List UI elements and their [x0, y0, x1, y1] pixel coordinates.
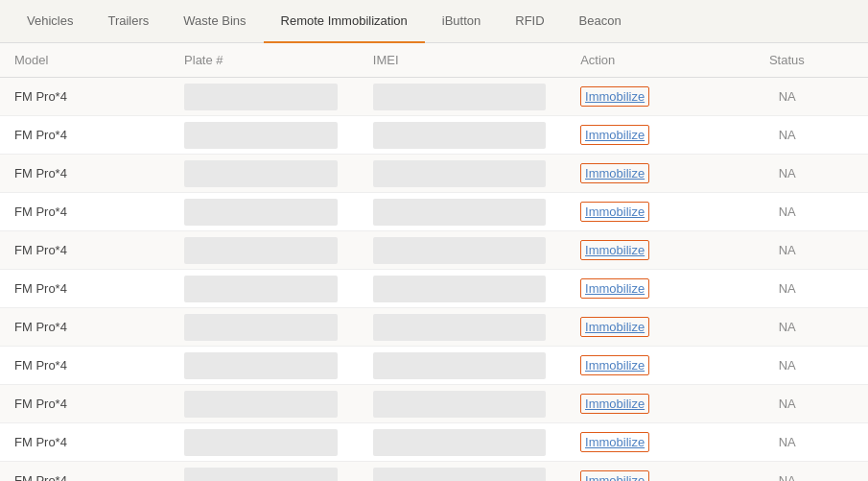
model-value: FM Pro*4: [14, 358, 67, 373]
nav-tabs: VehiclesTrailersWaste BinsRemote Immobil…: [0, 0, 868, 43]
status-value: NA: [779, 166, 796, 180]
table-row: FM Pro*4 Immobilize NA: [0, 308, 868, 347]
nav-tab-ibutton[interactable]: iButton: [425, 0, 498, 43]
model-value: FM Pro*4: [14, 320, 67, 334]
model-value: FM Pro*4: [14, 166, 67, 180]
table-row: FM Pro*4 Immobilize NA: [0, 193, 868, 231]
immobilize-button-wrapper: Immobilize: [580, 470, 649, 481]
nav-tab-beacon[interactable]: Beacon: [562, 0, 639, 43]
status-value: NA: [779, 204, 796, 219]
table-row: FM Pro*4 Immobilize NA: [0, 78, 868, 116]
cell-plate: [170, 462, 359, 481]
nav-tab-trailers[interactable]: Trailers: [90, 0, 166, 43]
immobilize-button-wrapper: Immobilize: [580, 125, 649, 145]
col-header-model: Model: [0, 53, 170, 67]
immobilize-button-wrapper: Immobilize: [580, 394, 649, 414]
plate-value: [184, 84, 338, 110]
immobilize-button[interactable]: Immobilize: [585, 473, 645, 481]
cell-status: NA: [755, 423, 868, 461]
cell-status: NA: [755, 193, 868, 230]
imei-value: [373, 314, 546, 341]
plate-value: [184, 122, 338, 149]
plate-value: [184, 429, 338, 456]
immobilize-button[interactable]: Immobilize: [585, 243, 645, 257]
immobilize-button[interactable]: Immobilize: [585, 89, 645, 104]
cell-action: Immobilize: [566, 231, 755, 269]
status-value: NA: [779, 473, 796, 481]
cell-action: Immobilize: [566, 270, 755, 307]
status-value: NA: [779, 281, 796, 296]
immobilize-button[interactable]: Immobilize: [585, 320, 645, 334]
table-row: FM Pro*4 Immobilize NA: [0, 347, 868, 385]
cell-imei: [359, 270, 566, 307]
immobilize-button[interactable]: Immobilize: [585, 204, 645, 219]
imei-value: [373, 391, 546, 418]
cell-imei: [359, 116, 566, 154]
imei-value: [373, 237, 546, 264]
immobilize-button[interactable]: Immobilize: [585, 281, 645, 296]
status-value: NA: [779, 397, 796, 411]
plate-value: [184, 391, 338, 418]
cell-status: NA: [755, 462, 868, 481]
cell-imei: [359, 347, 566, 384]
imei-value: [373, 199, 546, 226]
cell-model: FM Pro*4: [0, 155, 170, 192]
nav-tab-remote-immobilization[interactable]: Remote Immobilization: [264, 0, 425, 43]
status-value: NA: [779, 358, 796, 373]
immobilize-button[interactable]: Immobilize: [585, 435, 645, 449]
cell-status: NA: [755, 116, 868, 154]
col-header-action: Action: [566, 53, 755, 67]
immobilize-button[interactable]: Immobilize: [585, 397, 645, 411]
header-imei-label: IMEI: [373, 53, 399, 67]
model-value: FM Pro*4: [14, 397, 67, 411]
cell-model: FM Pro*4: [0, 270, 170, 307]
cell-model: FM Pro*4: [0, 116, 170, 154]
model-value: FM Pro*4: [14, 89, 67, 104]
table-body: FM Pro*4 Immobilize NA FM Pro*4: [0, 78, 868, 481]
cell-model: FM Pro*4: [0, 78, 170, 115]
cell-imei: [359, 423, 566, 461]
plate-value: [184, 237, 338, 264]
col-header-imei: IMEI: [359, 53, 566, 67]
cell-status: NA: [755, 231, 868, 269]
status-value: NA: [779, 243, 796, 257]
table-row: FM Pro*4 Immobilize NA: [0, 231, 868, 270]
cell-imei: [359, 385, 566, 422]
cell-plate: [170, 308, 359, 346]
status-value: NA: [779, 435, 796, 449]
cell-action: Immobilize: [566, 423, 755, 461]
header-status-label: Status: [769, 53, 805, 67]
plate-value: [184, 468, 338, 482]
cell-model: FM Pro*4: [0, 231, 170, 269]
cell-plate: [170, 270, 359, 307]
imei-value: [373, 160, 546, 187]
cell-imei: [359, 308, 566, 346]
table-header: Model Plate # IMEI Action Status: [0, 43, 868, 78]
table-row: FM Pro*4 Immobilize NA: [0, 270, 868, 308]
cell-action: Immobilize: [566, 462, 755, 481]
immobilize-button-wrapper: Immobilize: [580, 202, 649, 222]
nav-tab-vehicles[interactable]: Vehicles: [10, 0, 90, 43]
nav-tab-waste-bins[interactable]: Waste Bins: [166, 0, 263, 43]
table-row: FM Pro*4 Immobilize NA: [0, 462, 868, 481]
imei-value: [373, 352, 546, 379]
cell-action: Immobilize: [566, 385, 755, 422]
plate-value: [184, 160, 338, 187]
cell-plate: [170, 116, 359, 154]
cell-plate: [170, 78, 359, 115]
plate-value: [184, 199, 338, 226]
plate-value: [184, 314, 338, 341]
immobilize-button[interactable]: Immobilize: [585, 166, 645, 180]
nav-tab-rfid[interactable]: RFID: [498, 0, 561, 43]
immobilize-button-wrapper: Immobilize: [580, 278, 649, 299]
immobilize-button-wrapper: Immobilize: [580, 86, 649, 107]
cell-plate: [170, 385, 359, 422]
imei-value: [373, 276, 546, 302]
immobilize-button[interactable]: Immobilize: [585, 358, 645, 373]
immobilize-button-wrapper: Immobilize: [580, 355, 649, 375]
cell-model: FM Pro*4: [0, 308, 170, 346]
cell-plate: [170, 423, 359, 461]
immobilize-button[interactable]: Immobilize: [585, 128, 645, 142]
cell-status: NA: [755, 155, 868, 192]
col-header-status: Status: [755, 53, 868, 67]
